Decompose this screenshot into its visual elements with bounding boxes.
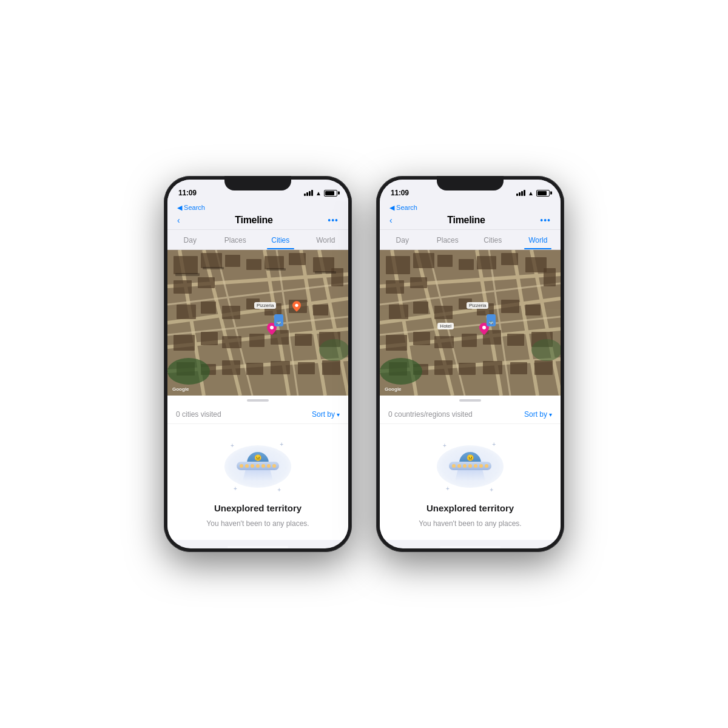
battery-fill xyxy=(325,191,334,195)
signal-bar-w2 xyxy=(519,192,521,196)
ufo-light-w1 xyxy=(452,464,456,468)
plus-icon-w1: + xyxy=(443,442,447,449)
ufo-light-w5 xyxy=(474,464,477,468)
tab-day-cities[interactable]: Day xyxy=(167,234,213,249)
back-chevron-icon-world: ‹ xyxy=(389,216,393,224)
ufo-light-2 xyxy=(245,464,249,468)
map-label-pizzeria-cities: Pizzeria xyxy=(254,302,276,309)
ufo-body-world xyxy=(449,452,491,481)
svg-point-100 xyxy=(482,326,486,329)
list-header-world: 0 countries/regions visited Sort by ▾ xyxy=(380,405,561,424)
status-time-world: 11:09 xyxy=(391,189,409,197)
plus-icon-4: + xyxy=(277,487,281,493)
empty-state-world: + + + + xyxy=(380,424,561,540)
map-label-hotel-world: Hotel xyxy=(437,323,454,329)
map-google-logo-cities: Google xyxy=(172,386,189,392)
ufo-light-w6 xyxy=(479,464,483,468)
map-area-world: Pizzeria Hotel 🚌 xyxy=(380,250,561,396)
ufo-illustration-cities: + + + + xyxy=(221,436,294,497)
ufo-light-1 xyxy=(240,464,243,468)
tab-cities-cities[interactable]: Cities xyxy=(258,234,303,249)
signal-icon xyxy=(304,190,313,196)
map-google-logo-world: Google xyxy=(385,386,402,392)
drag-handle-cities[interactable] xyxy=(167,396,348,405)
map-transit-icon-world: 🚌 xyxy=(487,314,496,326)
map-transit-icon-cities: 🚌 xyxy=(274,314,283,326)
empty-subtitle-world: You haven't been to any places. xyxy=(419,519,521,528)
ufo-beam xyxy=(243,469,273,481)
more-button-cities[interactable]: ••• xyxy=(328,216,339,224)
battery-fill-world xyxy=(538,191,547,195)
status-time-cities: 11:09 xyxy=(178,189,197,197)
status-icons-world: ▲ xyxy=(516,190,550,197)
status-bar-cities: 11:09 ▲ xyxy=(167,180,348,201)
ufo-light-6 xyxy=(267,464,271,468)
back-search-label-world[interactable]: ◀ Search xyxy=(389,204,417,211)
phone-screen-cities: 11:09 ▲ ◀ Search xyxy=(167,180,348,548)
nav-bar-cities: ‹ Timeline ••• xyxy=(167,214,348,230)
tabs-bar-world: Day Places Cities World xyxy=(380,230,561,250)
signal-bar-w1 xyxy=(516,194,518,196)
empty-title-cities: Unexplored territory xyxy=(214,503,302,513)
list-count-cities: 0 cities visited xyxy=(176,410,221,419)
plus-icon-w3: + xyxy=(446,485,450,492)
list-count-world: 0 countries/regions visited xyxy=(388,410,473,419)
ufo-body xyxy=(237,452,279,481)
list-header-cities: 0 cities visited Sort by ▾ xyxy=(167,405,348,424)
map-area-cities: Pizzeria xyxy=(167,250,348,396)
wifi-icon-world: ▲ xyxy=(528,190,534,197)
phone-world: 11:09 ▲ ◀ Search xyxy=(376,176,564,552)
svg-point-52 xyxy=(295,304,298,307)
home-indicator-world[interactable] xyxy=(440,546,500,548)
more-button-world[interactable]: ••• xyxy=(540,216,551,224)
ufo-light-3 xyxy=(251,464,254,468)
empty-title-world: Unexplored territory xyxy=(426,503,514,513)
plus-icon-w2: + xyxy=(492,441,496,448)
signal-icon-world xyxy=(516,190,525,196)
tab-world-cities[interactable]: World xyxy=(303,234,349,249)
tabs-bar-cities: Day Places Cities World xyxy=(167,230,348,250)
map-pin-orange-cities xyxy=(292,301,301,314)
ufo-light-7 xyxy=(272,464,276,468)
drag-handle-world[interactable] xyxy=(380,396,561,405)
tab-places-cities[interactable]: Places xyxy=(213,234,258,249)
tab-day-world[interactable]: Day xyxy=(380,234,425,249)
drag-handle-bar-cities xyxy=(247,399,269,402)
home-indicator-cities[interactable] xyxy=(228,546,288,548)
map-label-pizzeria-world: Pizzeria xyxy=(467,302,488,309)
signal-bar-w3 xyxy=(521,191,523,196)
ufo-beam-world xyxy=(455,469,485,481)
sort-label-world: Sort by xyxy=(524,410,547,419)
phone-screen-world: 11:09 ▲ ◀ Search xyxy=(380,180,561,548)
plus-icon-3: + xyxy=(234,485,237,492)
tab-world-world[interactable]: World xyxy=(516,234,561,249)
drag-handle-bar-world xyxy=(459,399,481,402)
sort-button-world[interactable]: Sort by ▾ xyxy=(524,410,552,419)
content-area-cities: 0 cities visited Sort by ▾ + + + xyxy=(167,405,348,540)
back-button-cities[interactable]: ‹ xyxy=(177,216,180,224)
battery-icon-world xyxy=(536,190,550,197)
sort-chevron-icon-cities: ▾ xyxy=(337,411,340,418)
tab-cities-world[interactable]: Cities xyxy=(470,234,516,249)
ufo-light-4 xyxy=(256,464,260,468)
map-pins-cities: Pizzeria xyxy=(167,250,348,396)
tab-places-world[interactable]: Places xyxy=(425,234,471,249)
sort-chevron-icon-world: ▾ xyxy=(549,411,552,418)
ufo-light-w2 xyxy=(457,464,461,468)
plus-icon-w4: + xyxy=(490,487,493,493)
back-search-label-cities[interactable]: ◀ Search xyxy=(177,204,205,211)
sort-button-cities[interactable]: Sort by ▾ xyxy=(312,410,340,419)
ufo-light-w7 xyxy=(485,464,488,468)
plus-icon-1: + xyxy=(231,442,234,449)
empty-state-cities: + + + + xyxy=(167,424,348,540)
back-chevron-icon: ‹ xyxy=(177,216,180,224)
wifi-icon: ▲ xyxy=(315,190,322,197)
battery-icon xyxy=(324,190,337,197)
back-button-world[interactable]: ‹ xyxy=(389,216,393,224)
ufo-saucer-world xyxy=(449,462,491,470)
signal-bar-3 xyxy=(309,191,311,196)
sort-label-cities: Sort by xyxy=(312,410,335,419)
map-pins-world: Pizzeria Hotel 🚌 xyxy=(380,250,561,396)
signal-bar-4 xyxy=(311,190,313,196)
signal-bar-2 xyxy=(306,192,308,196)
